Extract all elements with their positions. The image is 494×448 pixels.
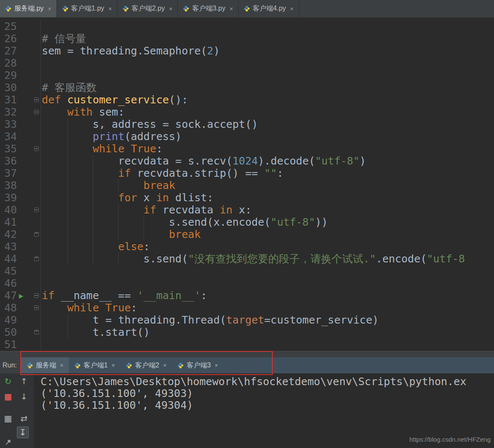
line-number: 34 <box>4 130 17 143</box>
fold-close-icon[interactable] <box>34 232 39 237</box>
gutter: 50 <box>0 326 41 338</box>
code-text[interactable]: for x in dlist: <box>41 192 494 204</box>
pin-icon[interactable] <box>3 437 14 448</box>
line-number: 44 <box>4 253 17 265</box>
close-icon[interactable]: × <box>230 5 233 12</box>
run-tab[interactable]: 服务端× <box>21 357 69 373</box>
code-text[interactable]: with sem: <box>41 106 494 118</box>
code-token: : <box>156 143 163 155</box>
editor-tab[interactable]: 客户端4.py× <box>239 0 299 17</box>
down-icon[interactable]: ↓ <box>19 391 30 402</box>
code-editor[interactable]: 2526# 信号量27sem = threading.Semaphore(2)2… <box>0 18 494 351</box>
code-text[interactable]: s.send(x.encode("utf-8")) <box>41 216 494 228</box>
gutter: 37 <box>0 167 41 179</box>
fold-close-icon[interactable] <box>34 330 39 335</box>
code-text[interactable]: while True: <box>41 143 494 155</box>
fold-open-icon[interactable] <box>34 97 39 102</box>
code-line: 35 while True: <box>0 143 494 155</box>
code-text[interactable]: print(address) <box>41 130 494 143</box>
code-text[interactable] <box>41 277 494 289</box>
indent-guide <box>118 216 119 228</box>
indent-guide <box>93 167 93 179</box>
gutter: 43 <box>0 240 41 253</box>
close-icon[interactable]: × <box>214 362 218 369</box>
run-tab[interactable]: 客户端3× <box>172 357 223 373</box>
run-tab[interactable]: 客户端2× <box>120 357 172 373</box>
line-number: 51 <box>4 338 17 351</box>
code-token: in <box>220 204 239 216</box>
code-text[interactable]: # 客服函数 <box>41 81 494 94</box>
indent-guide <box>93 204 93 216</box>
close-icon[interactable]: × <box>60 362 63 369</box>
code-text[interactable] <box>41 69 494 81</box>
code-text[interactable]: s.send("没有查找到您要的段子，请换个试试.".encode("utf-8 <box>41 253 494 265</box>
fold-open-icon[interactable] <box>34 110 39 114</box>
gutter: 41 <box>0 216 41 228</box>
fold-open-icon[interactable] <box>34 305 39 310</box>
code-text[interactable]: else: <box>41 240 494 253</box>
code-token: =customer_service) <box>264 314 379 326</box>
code-text[interactable]: if recvdata in x: <box>41 204 494 216</box>
pycharm-window: 服务端.py×客户端1.py×客户端2.py×客户端3.py×客户端4.py× … <box>0 0 494 448</box>
code-text[interactable]: def customer_service(): <box>41 94 494 106</box>
code-text[interactable]: break <box>41 179 494 192</box>
run-tab[interactable]: 客户端1× <box>69 357 120 373</box>
code-line: 46 <box>0 277 494 289</box>
editor-tab-label: 客户端1.py <box>71 4 104 13</box>
code-line: 33 s, address = sock.accept() <box>0 118 494 130</box>
soft-wrap-icon[interactable]: ⇄ <box>19 413 30 424</box>
code-text[interactable]: t = threading.Thread(target=customer_ser… <box>41 314 494 326</box>
code-token: in <box>156 192 175 204</box>
close-icon[interactable]: × <box>111 362 115 369</box>
code-token: : <box>277 167 283 179</box>
indent-guide <box>93 253 93 265</box>
scroll-to-end-icon[interactable]: ↧ <box>17 426 29 438</box>
editor-tab[interactable]: 客户端1.py× <box>57 0 117 17</box>
code-text[interactable]: sem = threading.Semaphore(2) <box>41 45 494 57</box>
code-token: (address) <box>125 130 182 143</box>
code-token: )) <box>315 216 328 228</box>
close-icon[interactable]: × <box>290 5 293 12</box>
code-text[interactable] <box>41 338 494 351</box>
up-icon[interactable]: ↑ <box>19 376 30 387</box>
code-text[interactable]: recvdata = s.recv(1024).decode("utf-8") <box>41 155 494 167</box>
code-text[interactable]: if __name__ == '__main__': <box>41 289 494 302</box>
code-text[interactable]: if recvdata.strip() == "": <box>41 167 494 179</box>
line-number: 38 <box>4 179 17 192</box>
editor-tab[interactable]: 服务端.py× <box>0 0 57 17</box>
line-number: 37 <box>4 167 17 179</box>
fold-open-icon[interactable] <box>34 146 39 151</box>
code-text[interactable] <box>41 20 494 32</box>
fold-open-icon[interactable] <box>34 208 39 212</box>
restore-layout-icon[interactable]: ▦ <box>3 413 14 424</box>
code-token: s.send( <box>144 253 188 265</box>
run-tab-label: 客户端2 <box>135 361 159 370</box>
editor-tab[interactable]: 客户端2.py× <box>117 0 178 17</box>
stop-icon[interactable]: ■ <box>3 391 14 402</box>
indent-guide <box>93 179 93 192</box>
rerun-icon[interactable]: ↻ <box>3 376 14 387</box>
code-text[interactable] <box>41 57 494 69</box>
editor-tab-label: 服务端.py <box>14 4 43 13</box>
code-text[interactable]: while True: <box>41 302 494 314</box>
code-text[interactable]: s, address = sock.accept() <box>41 118 494 130</box>
code-text[interactable]: break <box>41 228 494 240</box>
python-icon <box>62 5 68 12</box>
run-panel-label: Run: <box>3 362 17 369</box>
code-line: 39 for x in dlist: <box>0 192 494 204</box>
code-token: "utf-8" <box>271 216 315 228</box>
close-icon[interactable]: × <box>169 5 172 12</box>
code-text[interactable]: t.start() <box>41 326 494 338</box>
fold-open-icon[interactable] <box>34 293 39 298</box>
editor-tab[interactable]: 客户端3.py× <box>178 0 238 17</box>
fold-close-icon[interactable] <box>34 256 39 261</box>
code-token: 2 <box>207 45 213 57</box>
code-token: s, address = sock.accept() <box>92 118 258 130</box>
code-text[interactable]: # 信号量 <box>41 32 494 45</box>
close-icon[interactable]: × <box>48 5 51 12</box>
close-icon[interactable]: × <box>109 5 112 12</box>
python-icon <box>5 5 11 12</box>
run-line-icon[interactable]: ▶ <box>19 290 23 302</box>
close-icon[interactable]: × <box>163 362 166 369</box>
code-text[interactable] <box>41 265 494 277</box>
